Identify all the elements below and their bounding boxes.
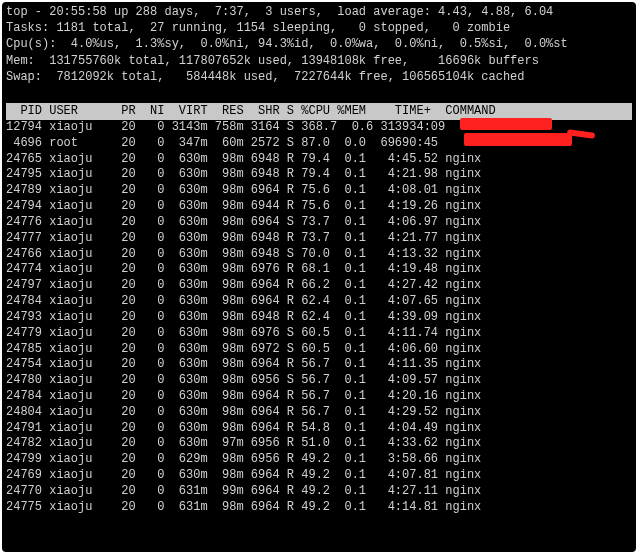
process-row: 24775 xiaoju 20 0 631m 98m 6964 R 49.2 0… (6, 500, 632, 516)
process-row: 24765 xiaoju 20 0 630m 98m 6948 R 79.4 0… (6, 152, 632, 168)
process-row: 24797 xiaoju 20 0 630m 98m 6964 R 66.2 0… (6, 278, 632, 294)
process-row: 24770 xiaoju 20 0 631m 99m 6964 R 49.2 0… (6, 484, 632, 500)
process-row: 24789 xiaoju 20 0 630m 98m 6964 R 75.6 0… (6, 183, 632, 199)
redaction-mark-1 (460, 118, 552, 130)
process-row: 24785 xiaoju 20 0 630m 98m 6972 S 60.5 0… (6, 342, 632, 358)
process-row: 24780 xiaoju 20 0 630m 98m 6956 S 56.7 0… (6, 373, 632, 389)
process-row: 24774 xiaoju 20 0 630m 98m 6976 R 68.1 0… (6, 262, 632, 278)
process-row: 24795 xiaoju 20 0 630m 98m 6948 R 79.4 0… (6, 167, 632, 183)
process-row: 24777 xiaoju 20 0 630m 98m 6948 R 73.7 0… (6, 231, 632, 247)
terminal-top-output: top - 20:55:58 up 288 days, 7:37, 3 user… (2, 2, 636, 552)
process-row: 24776 xiaoju 20 0 630m 98m 6964 S 73.7 0… (6, 215, 632, 231)
process-row: 24766 xiaoju 20 0 630m 98m 6948 S 70.0 0… (6, 247, 632, 263)
process-row: 24782 xiaoju 20 0 630m 97m 6956 R 51.0 0… (6, 436, 632, 452)
summary-cpu-line: Cpu(s): 4.0%us, 1.3%sy, 0.0%ni, 94.3%id,… (6, 36, 632, 52)
process-row: 24769 xiaoju 20 0 630m 98m 6964 R 49.2 0… (6, 468, 632, 484)
process-row: 24791 xiaoju 20 0 630m 98m 6964 R 54.8 0… (6, 421, 632, 437)
summary-mem-line: Mem: 131755760k total, 117807652k used, … (6, 53, 632, 69)
summary-swap-line: Swap: 7812092k total, 584448k used, 7227… (6, 69, 632, 85)
process-row: 24804 xiaoju 20 0 630m 98m 6964 R 56.7 0… (6, 405, 632, 421)
process-list: 12794 xiaoju 20 0 3143m 758m 3164 S 368.… (6, 120, 632, 516)
process-row: 24784 xiaoju 20 0 630m 98m 6964 R 56.7 0… (6, 389, 632, 405)
blank-line (6, 85, 632, 101)
process-row: 24794 xiaoju 20 0 630m 98m 6944 R 75.6 0… (6, 199, 632, 215)
process-row: 24784 xiaoju 20 0 630m 98m 6964 R 62.4 0… (6, 294, 632, 310)
redaction-mark-2 (464, 133, 572, 146)
process-row: 24799 xiaoju 20 0 629m 98m 6956 R 49.2 0… (6, 452, 632, 468)
process-row: 24779 xiaoju 20 0 630m 98m 6976 S 60.5 0… (6, 326, 632, 342)
process-row: 24793 xiaoju 20 0 630m 98m 6948 R 62.4 0… (6, 310, 632, 326)
summary-tasks-line: Tasks: 1181 total, 27 running, 1154 slee… (6, 20, 632, 36)
process-row: 24754 xiaoju 20 0 630m 98m 6964 R 56.7 0… (6, 357, 632, 373)
summary-uptime-line: top - 20:55:58 up 288 days, 7:37, 3 user… (6, 4, 632, 20)
